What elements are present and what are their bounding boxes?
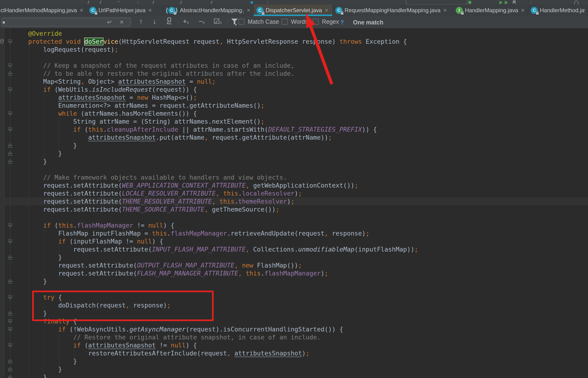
search-caret: [3, 21, 5, 24]
tab-cthandlermethodmapping-java[interactable]: ctHandlerMethodMapping.java✕: [0, 4, 86, 16]
checkbox-label: Match Case: [248, 18, 279, 25]
tab-abstracthandlermapping-java[interactable]: (C)AbstractHandlerMapping.java✕: [163, 4, 254, 16]
remove-occurrence-icon[interactable]: −II: [199, 18, 205, 26]
tab-label: UrlPathHelper.java: [98, 7, 146, 14]
fold-end-icon[interactable]: [8, 367, 12, 372]
fold-start-icon[interactable]: [8, 319, 12, 324]
code-line: request.setAttribute(THEME_RESOLVER_ATTR…: [28, 197, 294, 205]
close-tab-icon[interactable]: ✕: [148, 8, 152, 13]
code-line: }: [28, 253, 62, 261]
fold-column-line: [10, 28, 10, 378]
editor-tab-bar: ctHandlerMethodMapping.java✕CUrlPathHelp…: [0, 4, 588, 16]
code-line: if (this.cleanupAfterInclude || attrName…: [28, 125, 377, 134]
search-input[interactable]: ↵ ✕: [1, 18, 131, 27]
code-line: if (!WebAsyncUtils.getAsyncManager(reque…: [28, 325, 343, 333]
tab-label: ctHandlerMethodMapping.java: [0, 7, 77, 14]
toolbar-fragment-icon: [87, 1, 89, 4]
lock-icon: [174, 13, 176, 14]
find-all-label: ALL: [164, 21, 174, 26]
annotation-red-box: [32, 291, 214, 321]
find-option-match-case: Match Case: [238, 18, 279, 25]
clear-search-icon[interactable]: ✕: [120, 19, 124, 25]
fold-end-icon[interactable]: [8, 159, 12, 164]
code-line: if (this.flashMapManager != null) {: [28, 221, 174, 230]
ide-window: ~ ctHandlerMethodMapping.java✕CUrlPathHe…: [0, 0, 588, 378]
fold-start-icon[interactable]: [8, 239, 12, 244]
close-tab-icon[interactable]: ✕: [80, 8, 83, 13]
fold-start-icon[interactable]: [8, 111, 12, 116]
toolbar-fragment-icon: [152, 1, 154, 4]
annotation-gutter-icon[interactable]: @: [0, 37, 4, 44]
tab-dispatcherservlet-java[interactable]: CDispatcherServlet.java✕: [254, 4, 333, 16]
code-line: // Keep a snapshot of the request attrib…: [28, 62, 294, 69]
divider: [227, 19, 227, 26]
tab-handlermapping-java[interactable]: IHandlerMapping.java✕: [453, 4, 528, 16]
indent-guide: [29, 214, 29, 221]
tab-label: RequestMappingHandlerMapping.java: [345, 7, 441, 14]
newline-icon[interactable]: ↵: [107, 19, 112, 26]
code-line: }: [28, 149, 62, 158]
code-line: }: [28, 373, 47, 378]
fold-start-icon[interactable]: [8, 327, 12, 332]
code-line: }: [28, 357, 77, 365]
tab-urlpathhelper-java[interactable]: CUrlPathHelper.java✕: [86, 4, 163, 16]
fold-end-icon[interactable]: [8, 143, 12, 148]
search-match-highlight: doSer: [84, 38, 103, 45]
toolbar-fragment-icon: [180, 1, 182, 4]
select-all-occurrences-icon[interactable]: ☑II: [214, 18, 222, 26]
checkbox-regex[interactable]: [313, 19, 319, 25]
indent-guide: [29, 54, 29, 62]
close-tab-icon[interactable]: ✕: [324, 8, 329, 13]
run-icon[interactable]: [499, 1, 503, 4]
fold-end-icon[interactable]: [8, 255, 12, 260]
fold-start-icon[interactable]: [8, 223, 12, 228]
code-line: Map<String, Object> attributesSnapshot =…: [28, 78, 216, 86]
bookmark-icon[interactable]: [513, 0, 516, 4]
code-line: logRequest(request);: [28, 46, 118, 54]
code-line: }: [28, 365, 62, 373]
tab-label: AbstractHandlerMapping.java: [180, 7, 244, 14]
main-toolbar-edge: ~: [0, 0, 588, 5]
close-tab-icon[interactable]: ✕: [247, 8, 251, 13]
tab-requestmappinghandlermapping-java[interactable]: CRequestMappingHandlerMapping.java✕: [333, 4, 453, 16]
fold-start-icon[interactable]: [8, 295, 12, 300]
tab-handlermethod-java[interactable]: CHandlerMethod.java: [528, 4, 588, 16]
search-everywhere-icon[interactable]: [574, 1, 579, 5]
code-line: request.setAttribute(LOCALE_RESOLVER_ATT…: [28, 189, 302, 197]
regex-help-icon[interactable]: ?: [340, 19, 344, 26]
find-all-icon[interactable]: ΩALL: [164, 17, 174, 26]
fold-start-icon[interactable]: [8, 87, 12, 92]
close-tab-icon[interactable]: ✕: [443, 8, 447, 13]
fold-end-icon[interactable]: [8, 311, 12, 316]
fold-start-icon[interactable]: [8, 127, 12, 132]
fold-end-icon[interactable]: [8, 71, 12, 76]
fold-start-icon[interactable]: [8, 63, 12, 68]
fold-end-icon[interactable]: [8, 151, 12, 156]
code-editor[interactable]: @ @Overrideprotected void doService(Http…: [0, 28, 588, 378]
code-line: if (attributesSnapshot != null) {: [28, 341, 197, 349]
checkbox-label: Words: [291, 18, 308, 25]
lock-icon: [341, 13, 343, 14]
checkbox-match-case[interactable]: [238, 19, 245, 25]
code-line: }: [28, 277, 47, 285]
tab-icon-wrap: C: [531, 7, 538, 14]
run-status-icon: [468, 1, 471, 4]
fold-end-icon[interactable]: [8, 375, 12, 378]
class-icon: C: [256, 7, 264, 14]
occurrence-sub-label: II: [203, 21, 205, 25]
close-tab-icon[interactable]: ✕: [521, 8, 525, 13]
debug-icon[interactable]: [505, 1, 508, 4]
next-occurrence-icon[interactable]: ↓: [153, 18, 156, 25]
checkbox-words[interactable]: [281, 19, 288, 25]
editor-gutter: [0, 28, 5, 378]
code-line: protected void doService(HttpServletRequ…: [28, 38, 407, 46]
fold-start-icon[interactable]: [8, 39, 12, 44]
code-line: request.setAttribute(FLASH_MAP_MANAGER_A…: [28, 270, 328, 277]
toolbar-fragment-icon: [99, 1, 101, 4]
fold-end-icon[interactable]: [8, 279, 12, 284]
fold-end-icon[interactable]: [8, 359, 12, 364]
previous-occurrence-icon[interactable]: ↑: [139, 18, 143, 25]
fold-start-icon[interactable]: [8, 343, 12, 348]
add-occurrence-icon[interactable]: +II: [183, 18, 189, 26]
run-configuration-box[interactable]: [406, 0, 468, 5]
